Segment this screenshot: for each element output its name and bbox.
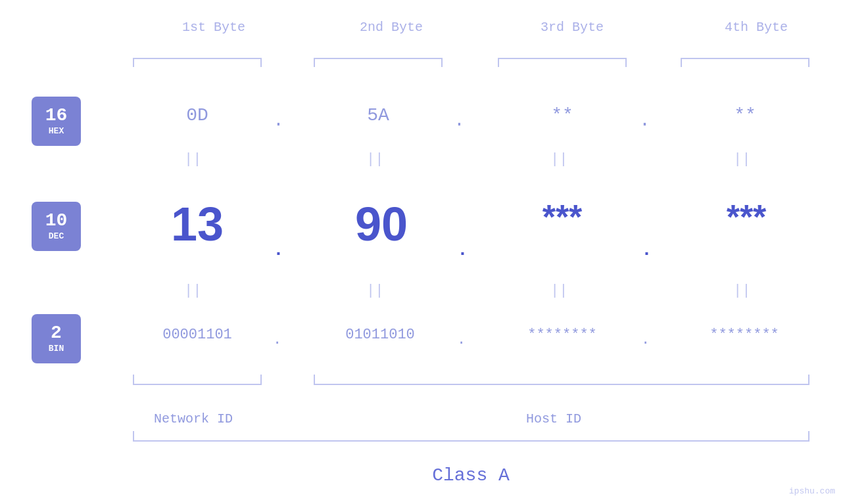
bracket-topleft-4 xyxy=(681,58,682,67)
dot-dec-2: . xyxy=(457,240,468,260)
eq-dec-bin-4: || xyxy=(733,283,750,299)
bracket-top-3 xyxy=(498,58,627,59)
bracket-botleft-host xyxy=(314,375,315,385)
bin-badge: 2 BIN xyxy=(32,314,81,363)
bracket-topright-1 xyxy=(260,58,262,67)
dot-bin-1: . xyxy=(273,332,281,348)
eq-dec-bin-3: || xyxy=(550,283,567,299)
bracket-topright-4 xyxy=(808,58,809,67)
bracket-botleft-net-1 xyxy=(133,375,134,385)
dot-hex-2: . xyxy=(454,110,465,131)
bracket-top-4 xyxy=(681,58,809,59)
bracket-class-left xyxy=(133,431,134,442)
eq-dec-bin-2: || xyxy=(366,283,383,299)
dec-val-4: *** xyxy=(664,197,829,237)
dot-hex-1: . xyxy=(273,110,284,131)
network-id-label: Network ID xyxy=(154,411,233,426)
class-label: Class A xyxy=(132,465,810,486)
bracket-bot-host xyxy=(314,384,809,385)
bracket-topleft-3 xyxy=(498,58,499,67)
bracket-class-right xyxy=(808,431,809,442)
dec-badge: 10 DEC xyxy=(32,202,81,251)
bracket-topleft-1 xyxy=(133,58,134,67)
bin-val-3: ******** xyxy=(480,327,644,343)
bracket-topright-2 xyxy=(441,58,443,67)
bin-val-4: ******** xyxy=(662,327,827,343)
hex-val-1: 0D xyxy=(133,105,262,126)
bracket-topright-3 xyxy=(625,58,627,67)
dot-bin-3: . xyxy=(641,332,650,348)
bracket-top-2 xyxy=(314,58,443,59)
eq-hex-dec-2: || xyxy=(366,151,383,168)
dot-dec-3: . xyxy=(641,240,652,260)
eq-hex-dec-1: || xyxy=(184,151,201,168)
bin-val-1: 00001101 xyxy=(115,327,279,343)
bin-badge-number: 2 xyxy=(51,324,62,342)
col-header-4: 4th Byte xyxy=(694,20,819,35)
hex-badge: 16 HEX xyxy=(32,97,81,146)
dot-bin-2: . xyxy=(457,332,466,348)
hex-badge-label: HEX xyxy=(49,126,64,136)
bracket-class-bottom xyxy=(133,440,809,442)
bracket-top-1 xyxy=(133,58,262,59)
bin-val-2: 01011010 xyxy=(298,327,462,343)
bracket-bot-net-1 xyxy=(133,384,262,385)
bin-badge-label: BIN xyxy=(49,344,64,354)
col-header-2: 2nd Byte xyxy=(329,20,454,35)
hex-val-3: ** xyxy=(498,105,627,126)
eq-hex-dec-4: || xyxy=(733,151,750,168)
hex-badge-number: 16 xyxy=(45,106,68,125)
col-header-3: 3rd Byte xyxy=(510,20,635,35)
dot-hex-3: . xyxy=(639,110,650,131)
hex-val-4: ** xyxy=(681,105,809,126)
host-id-label: Host ID xyxy=(526,411,581,426)
dot-dec-1: . xyxy=(273,240,284,260)
eq-dec-bin-1: || xyxy=(184,283,201,299)
bracket-botright-host xyxy=(808,375,809,385)
col-header-1: 1st Byte xyxy=(151,20,276,35)
watermark: ipshu.com xyxy=(789,486,835,496)
dec-val-3: *** xyxy=(480,197,644,237)
dec-val-1: 13 xyxy=(115,197,279,251)
dec-badge-label: DEC xyxy=(49,231,64,241)
eq-hex-dec-3: || xyxy=(550,151,567,168)
dec-badge-number: 10 xyxy=(45,212,68,230)
bracket-botright-net-1 xyxy=(260,375,262,385)
dec-val-2: 90 xyxy=(299,197,464,251)
hex-val-2: 5A xyxy=(314,105,443,126)
bracket-topleft-2 xyxy=(314,58,315,67)
main-container: 16 HEX 10 DEC 2 BIN 1st Byte 2nd Byte 3r… xyxy=(0,0,845,504)
